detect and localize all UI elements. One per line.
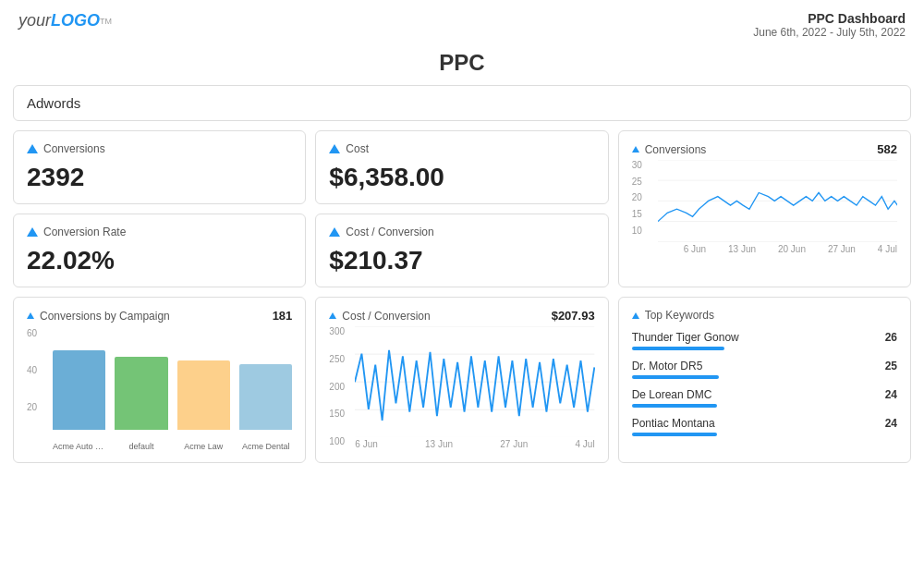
adwords-icon-cpc-chart: [329, 312, 336, 319]
adwords-icon-cpc: [329, 227, 340, 237]
conversions-chart-value: 582: [877, 142, 897, 156]
bar-label-2: default: [115, 442, 167, 451]
bar-label-4: Acme Dental: [239, 442, 292, 451]
bar-acme-law: [177, 360, 230, 430]
bar-label-1: Acme Auto Body: [53, 442, 105, 451]
bottom-grid: Conversions by Campaign 181 60 40 20: [13, 297, 911, 463]
conversions-chart-area: 30 25 20 15 10: [632, 160, 897, 254]
bar-y-labels: 60 40 20: [27, 328, 49, 439]
logo-bold: LOGO: [51, 11, 100, 31]
campaign-chart-title: Conversions by Campaign: [27, 310, 170, 323]
keyword-row: Dr. Motor DR5 25: [632, 360, 897, 379]
bar-default: [115, 357, 167, 430]
keyword-top-0: Thunder Tiger Gonow 26: [632, 331, 897, 344]
campaign-chart-value: 181: [273, 309, 293, 323]
cost-label: Cost: [329, 142, 594, 155]
conversion-rate-label: Conversion Rate: [27, 226, 292, 238]
keyword-name-0: Thunder Tiger Gonow: [632, 331, 739, 344]
cpc-chart-area: 300 250 200 150 100: [329, 326, 594, 449]
keyword-bar-0: [632, 347, 725, 350]
keyword-name-2: De Lorean DMC: [632, 388, 712, 401]
bars-container: [53, 328, 292, 430]
campaign-chart-header: Conversions by Campaign 181: [27, 309, 292, 323]
dashboard-title: PPC Dashboard: [753, 11, 906, 26]
adwords-icon-keywords: [632, 312, 639, 319]
adwords-icon-conversions: [27, 144, 38, 153]
keywords-header: Top Keywords: [632, 309, 897, 322]
conversions-svg: [658, 160, 897, 242]
cpc-chart-value: $207.93: [552, 309, 595, 323]
conversions-label: Conversions: [27, 142, 292, 155]
campaign-bar-chart-card: Conversions by Campaign 181 60 40 20: [13, 297, 306, 463]
keyword-top-2: De Lorean DMC 24: [632, 388, 897, 401]
cost-value: $6,358.00: [329, 163, 594, 192]
keyword-row: Pontiac Montana 24: [632, 417, 897, 436]
header-right: PPC Dashboard June 6th, 2022 - July 5th,…: [753, 11, 906, 39]
logo-tm: TM: [100, 17, 112, 26]
conversions-y-axis: 30 25 20 15 10: [632, 160, 654, 236]
keyword-top-3: Pontiac Montana 24: [632, 417, 897, 430]
keyword-count-2: 24: [885, 388, 897, 401]
dashboard-date: June 6th, 2022 - July 5th, 2022: [753, 26, 906, 39]
adwords-label: Adwords: [27, 95, 80, 111]
conversions-value: 2392: [27, 163, 292, 192]
cost-card: Cost $6,358.00: [315, 130, 608, 204]
bar-chart-area: 60 40 20 Acme Auto Body default: [27, 328, 292, 451]
bar-labels: Acme Auto Body default Acme Law Acme Den…: [53, 442, 292, 451]
keyword-name-3: Pontiac Montana: [632, 417, 715, 430]
metrics-grid: Conversions 2392 Cost $6,358.00 Conversi…: [13, 130, 911, 287]
conversions-chart-inner: 6 Jun 13 Jun 20 Jun 27 Jun 4 Jul: [658, 160, 897, 254]
keyword-bar-1: [632, 375, 720, 379]
keyword-count-3: 24: [885, 417, 897, 430]
keyword-bar-3: [632, 433, 717, 436]
adwords-icon-chart: [632, 146, 639, 153]
adwords-icon-campaign: [27, 312, 34, 319]
conversions-chart-header: Conversions 582: [632, 142, 897, 156]
conversions-chart-card: Conversions 582 30 25 20 15 10: [618, 130, 911, 287]
bar-acme-auto: [53, 350, 105, 430]
conversions-card: Conversions 2392: [13, 130, 306, 204]
bar-acme-dental: [239, 364, 292, 431]
cpc-line-chart-card: Cost / Conversion $207.93 300 250 200 15…: [315, 297, 608, 463]
keyword-name-1: Dr. Motor DR5: [632, 360, 703, 372]
cpc-chart-title: Cost / Conversion: [329, 310, 430, 323]
keyword-row: Thunder Tiger Gonow 26: [632, 331, 897, 350]
cost-per-conversion-value: $210.37: [329, 246, 594, 275]
conversion-rate-card: Conversion Rate 22.02%: [13, 214, 306, 287]
keyword-row: De Lorean DMC 24: [632, 388, 897, 408]
page-title: PPC: [0, 44, 924, 85]
cpc-x-axis: 6 Jun 13 Jun 27 Jun 4 Jul: [355, 439, 594, 449]
cost-per-conversion-card: Cost / Conversion $210.37: [315, 214, 608, 287]
keywords-title: Top Keywords: [632, 309, 714, 322]
keyword-count-0: 26: [885, 331, 897, 344]
keywords-list: Thunder Tiger Gonow 26 Dr. Motor DR5 25 …: [632, 331, 897, 436]
conversions-x-axis: 6 Jun 13 Jun 20 Jun 27 Jun 4 Jul: [684, 244, 897, 254]
adwords-icon-conversion-rate: [27, 227, 38, 237]
conversions-chart-title: Conversions: [632, 143, 707, 156]
conversion-rate-value: 22.02%: [27, 246, 292, 275]
main-content: Adwords Conversions 2392 Cost $6,358.00: [0, 85, 924, 472]
logo-your: your: [18, 11, 51, 31]
bar-label-3: Acme Law: [177, 442, 230, 451]
logo: your LOGO TM: [18, 11, 112, 31]
cpc-chart-header: Cost / Conversion $207.93: [329, 309, 594, 323]
adwords-section-header: Adwords: [13, 85, 911, 121]
keyword-top-1: Dr. Motor DR5 25: [632, 360, 897, 372]
keyword-count-1: 25: [885, 360, 897, 372]
cpc-svg: [355, 326, 594, 437]
top-keywords-card: Top Keywords Thunder Tiger Gonow 26 Dr. …: [618, 297, 911, 463]
keyword-bar-2: [632, 404, 717, 408]
cost-per-conversion-label: Cost / Conversion: [329, 226, 594, 238]
header: your LOGO TM PPC Dashboard June 6th, 202…: [0, 0, 924, 44]
adwords-icon-cost: [329, 144, 340, 153]
